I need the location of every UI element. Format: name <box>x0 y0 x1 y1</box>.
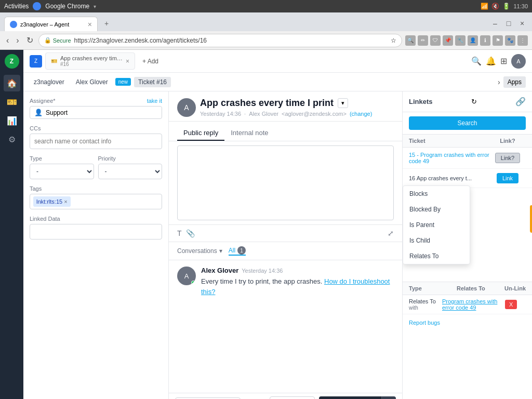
address-bar[interactable]: 🔒 Secure https://z3naglover.zendesk.com/… <box>38 34 402 47</box>
search-btn[interactable]: 🔍 <box>471 56 482 66</box>
restore-btn[interactable]: □ <box>503 18 514 29</box>
ccs-input[interactable] <box>30 134 162 149</box>
ticket-tab-num: #16 <box>60 61 123 67</box>
linkets-search-btn[interactable]: Search <box>409 116 526 130</box>
submit-dropdown-btn[interactable]: ▾ <box>381 396 396 400</box>
ext-search[interactable]: 🔍 <box>405 35 416 46</box>
tag-item[interactable]: lnkt:rlts:15 × <box>33 196 71 207</box>
sidebar-item-tickets[interactable]: 🎫 <box>4 94 20 110</box>
user-avatar[interactable]: A <box>511 54 526 69</box>
linkets-link-col-1: Link? <box>489 153 526 163</box>
star-icon[interactable]: ☆ <box>391 37 396 44</box>
linkets-ticket-1: 15 - Program crashes with error code 49 <box>409 152 489 164</box>
message-item: A Alex Glover Yesterday 14:36 Every time… <box>177 267 394 297</box>
conversations-bar: Conversations ▾ All 1 <box>169 242 402 260</box>
breadcrumb-new-badge: new <box>115 78 131 86</box>
new-tab-btn[interactable]: + <box>100 17 113 30</box>
assignee-icon: 👤 <box>34 109 43 116</box>
current-ticket-tab[interactable]: 🎫 App crashes every time I pri... #16 × <box>45 52 135 70</box>
minimize-btn[interactable]: – <box>489 18 501 29</box>
dropdown-item-is-child[interactable]: Is Child <box>403 233 470 248</box>
sidebar-item-home[interactable]: 🏠 <box>4 75 20 91</box>
messages-area: A Alex Glover Yesterday 14:36 Every time… <box>169 260 402 393</box>
dropdown-item-blocked-by[interactable]: Blocked By <box>403 202 470 217</box>
notifications-btn[interactable]: 🔔 <box>486 56 496 66</box>
os-bar: Activities Google Chrome ▾ 📶🔇🔋 11:30 <box>0 0 532 12</box>
type-select[interactable]: - <box>30 164 94 179</box>
dropdown-item-blocks[interactable]: Blocks <box>403 186 470 202</box>
ext-user[interactable]: 👤 <box>468 35 478 46</box>
app-logo: Z <box>30 55 42 68</box>
conversations-btn[interactable]: Conversations ▾ <box>177 247 222 255</box>
breadcrumb-alex-glover[interactable]: Alex Glover <box>72 77 112 87</box>
report-bugs-link[interactable]: Report bugs <box>409 320 440 326</box>
app-wrapper: Z 🏠 🎫 📊 ⚙ Z 🎫 App crashes every time I p… <box>0 50 532 399</box>
link-btn-1[interactable]: Link? <box>495 153 520 163</box>
apply-macro-btn[interactable]: ⚡ Apply macro ▾ <box>175 397 241 400</box>
linkets-table-header: Ticket Link? <box>403 135 532 148</box>
tab-internal-note[interactable]: Internal note <box>224 126 274 141</box>
sidebar-item-settings[interactable]: ⚙ <box>4 131 20 148</box>
breadcrumb-nav-btn[interactable]: › <box>498 78 500 86</box>
ccs-label: CCs <box>30 125 162 131</box>
ticket-meta: Yesterday 14:36 · Alex Glover <aglover@z… <box>200 111 372 117</box>
expand-btn[interactable]: ⤢ <box>388 229 394 237</box>
linkets-ext-row-1: Relates To with Program crashes with err… <box>403 295 532 314</box>
text-format-btn[interactable]: T <box>177 229 182 237</box>
browser-tab-bar: z3naglover – Agent × + – □ × <box>0 12 532 31</box>
grid-btn[interactable]: ⊞ <box>500 56 507 66</box>
browser-chrome: z3naglover – Agent × + – □ × ‹ › ↻ 🔒 Sec… <box>0 12 532 50</box>
ext-relates-link[interactable]: Program crashes with error code 49 <box>442 298 497 311</box>
ticket-tab-title: App crashes every time I pri... <box>60 55 123 61</box>
ticket-dropdown-btn[interactable]: ▾ <box>338 98 348 108</box>
reply-editor[interactable] <box>177 145 394 220</box>
all-btn[interactable]: All 1 <box>229 246 246 256</box>
linkets-link-icon[interactable]: 🔗 <box>515 97 526 107</box>
tab-close-btn[interactable]: × <box>88 20 92 29</box>
ticket-tab-close[interactable]: × <box>126 58 129 65</box>
breadcrumb-z3naglover[interactable]: z3naglover <box>30 77 69 87</box>
tab-public-reply[interactable]: Public reply <box>177 126 224 141</box>
ext-shield[interactable]: 🛡 <box>430 35 441 46</box>
linkets-refresh-btn[interactable]: ↻ <box>471 98 477 105</box>
bottom-right: Close tab ▾ Submit as New ▾ <box>270 396 396 400</box>
ext-info[interactable]: ℹ <box>480 35 490 46</box>
back-btn[interactable]: ‹ <box>4 35 11 46</box>
dropdown-item-is-parent[interactable]: Is Parent <box>403 217 470 233</box>
assignee-input-wrapper[interactable]: 👤 Support <box>30 106 162 119</box>
add-btn[interactable]: + Add <box>138 56 163 67</box>
ext-flag[interactable]: ⚑ <box>493 35 503 46</box>
linkets-ticket-link-1[interactable]: 15 - Program crashes with error code 49 <box>409 152 489 164</box>
ext-bookmark[interactable]: 📌 <box>443 35 453 46</box>
browser-tab[interactable]: z3naglover – Agent × <box>4 17 98 31</box>
tags-container[interactable]: lnkt:rlts:15 × <box>30 194 162 209</box>
message-body: Alex Glover Yesterday 14:36 Every time I… <box>201 267 394 297</box>
reload-btn[interactable]: ↻ <box>24 34 35 46</box>
close-browser-btn[interactable]: × <box>516 18 528 29</box>
apps-btn[interactable]: Apps <box>503 76 526 88</box>
tag-close-icon[interactable]: × <box>64 198 67 205</box>
ext-paw[interactable]: 🐾 <box>505 35 515 46</box>
attachment-btn[interactable]: 📎 <box>186 229 195 237</box>
ext-type-label: Relates To with <box>409 298 440 311</box>
ext-pencil[interactable]: ✏ <box>418 35 428 46</box>
priority-select[interactable]: - <box>98 164 163 179</box>
take-it-link[interactable]: take it <box>147 98 162 104</box>
help-tab[interactable]: Help <box>530 205 532 233</box>
close-tab-btn[interactable]: Close tab ▾ <box>270 396 315 400</box>
breadcrumb-ticket[interactable]: Ticket #16 <box>134 77 171 87</box>
link-btn-2-active[interactable]: Link <box>497 173 518 183</box>
submit-btn[interactable]: Submit as New <box>319 396 381 400</box>
os-activities[interactable]: Activities <box>4 3 29 10</box>
sidebar-item-reports[interactable]: 📊 <box>4 112 20 129</box>
ext-menu[interactable]: ⋮ <box>517 35 528 46</box>
unlink-btn-1[interactable]: X <box>505 300 517 309</box>
browser-nav-bar: ‹ › ↻ 🔒 Secure https://z3naglover.zendes… <box>0 31 532 50</box>
os-title: Google Chrome <box>45 3 89 10</box>
ext-tool[interactable]: 🔧 <box>455 35 466 46</box>
ext-relates-label: Program crashes with error code 49 <box>442 298 503 311</box>
forward-btn[interactable]: › <box>14 35 21 46</box>
linked-data-input[interactable] <box>30 224 162 240</box>
dropdown-item-relates-to[interactable]: Relates To <box>403 248 470 264</box>
change-link[interactable]: (change) <box>350 111 372 117</box>
